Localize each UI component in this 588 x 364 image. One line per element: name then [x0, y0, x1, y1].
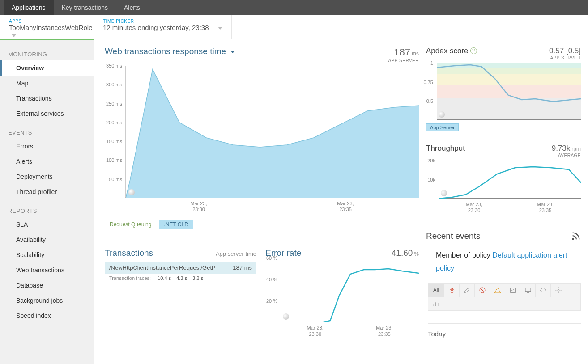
svg-point-4: [558, 289, 559, 291]
apps-value: TooManyInstancesWebRole: [9, 24, 93, 31]
x-tick: Mar 23,23:35: [376, 325, 392, 337]
y-tick: 10k: [427, 177, 435, 182]
x-tick: Mar 23,23:30: [190, 201, 207, 212]
svg-rect-2: [510, 288, 515, 293]
y-tick: 60 %: [266, 255, 277, 261]
error-rate-chart[interactable]: 60 %40 %20 %: [281, 258, 419, 322]
x-tick: Mar 23,23:35: [337, 201, 354, 212]
apdex-metric: 0.57 [0.5]APP SERVER: [549, 47, 581, 60]
chevron-down-icon: [12, 34, 16, 37]
filter-warn-triangle[interactable]: [490, 284, 505, 297]
y-tick: 20k: [427, 158, 435, 163]
y-tick: 1: [430, 60, 433, 66]
filter-monitor[interactable]: [520, 284, 536, 297]
y-tick: 150 ms: [106, 139, 122, 144]
chart-handle-icon[interactable]: [441, 190, 447, 196]
filter-gear[interactable]: [551, 284, 566, 297]
picker-bar: APPS TooManyInstancesWebRole TIME PICKER…: [0, 15, 588, 39]
policy-line: Member of policy Default application ale…: [436, 249, 581, 275]
recent-events-title: Recent events: [426, 231, 480, 241]
filter-code[interactable]: [536, 284, 551, 297]
transaction-name: /NewHttpClientInstancePerRequest/GetP: [109, 264, 216, 271]
nav-background-jobs[interactable]: Background jobs: [0, 293, 94, 308]
nav-alerts[interactable]: Alerts: [0, 154, 94, 169]
y-tick: 100 ms: [106, 157, 122, 163]
apps-label: APPS: [9, 19, 85, 24]
y-tick: 40 %: [266, 277, 277, 282]
help-icon[interactable]: ?: [470, 47, 477, 54]
nav-deployments[interactable]: Deployments: [0, 169, 94, 184]
filter-bars[interactable]: [428, 297, 443, 310]
x-tick: Mar 23,23:30: [307, 325, 324, 337]
filter-flame[interactable]: [444, 284, 460, 297]
y-tick: 0.75: [424, 80, 433, 85]
topnav-key-transactions[interactable]: Key transactions: [54, 0, 116, 15]
response-time-title[interactable]: Web transactions response time: [105, 47, 235, 56]
nav-map[interactable]: Map: [0, 76, 94, 91]
response-time-metric: 187ms APP SERVER: [388, 47, 419, 63]
transactions-meta: App server time: [216, 250, 256, 257]
section-reports: REPORTS: [0, 205, 94, 217]
section-events: EVENTS: [0, 127, 94, 139]
transaction-traces: Transaction traces: 10.4 s4.3 s3.2 s: [105, 274, 256, 283]
y-tick: 350 ms: [106, 63, 122, 68]
nav-scalability[interactable]: Scalability: [0, 247, 94, 262]
filter-All[interactable]: All: [428, 284, 444, 297]
nav-thread-profiler[interactable]: Thread profiler: [0, 184, 94, 199]
apps-picker[interactable]: APPS TooManyInstancesWebRole: [0, 15, 94, 39]
nav-availability[interactable]: Availability: [0, 232, 94, 247]
legend-chips: Request Queuing .NET CLR: [105, 220, 419, 229]
y-tick: 20 %: [266, 298, 277, 304]
y-tick: 0.5: [426, 98, 433, 104]
nav-web-transactions[interactable]: Web transactions: [0, 262, 94, 278]
nav-sla[interactable]: SLA: [0, 217, 94, 232]
x-tick: Mar 23,23:35: [537, 202, 554, 213]
time-label: TIME PICKER: [103, 19, 222, 24]
x-tick: Mar 23,23:30: [466, 202, 482, 213]
time-picker[interactable]: TIME PICKER 12 minutes ending yesterday,…: [94, 15, 232, 39]
svg-point-0: [572, 238, 574, 240]
chart-handle-icon[interactable]: [128, 189, 135, 195]
apdex-chart[interactable]: 10.750.5: [437, 63, 581, 120]
transactions-title[interactable]: Transactions: [105, 248, 153, 258]
filter-pencil[interactable]: [460, 284, 475, 297]
y-tick: 50 ms: [109, 177, 122, 182]
nav-database[interactable]: Database: [0, 278, 94, 293]
time-value: 12 minutes ending yesterday, 23:38: [103, 24, 209, 31]
nav-external-services[interactable]: External services: [0, 106, 94, 121]
section-monitoring: MONITORING: [0, 48, 94, 60]
chip-net-clr[interactable]: .NET CLR: [159, 220, 193, 229]
transaction-time: 187 ms: [233, 264, 252, 271]
throughput-title: Throughput: [426, 144, 465, 153]
filter-x-circle[interactable]: [475, 284, 490, 297]
chip-app-server[interactable]: App Server: [426, 123, 459, 131]
event-filter-row: All: [428, 283, 581, 311]
transaction-row[interactable]: /NewHttpClientInstancePerRequest/GetP 18…: [105, 262, 256, 274]
chevron-down-icon: [230, 51, 235, 53]
filter-edit-square[interactable]: [505, 284, 520, 297]
top-nav: ApplicationsKey transactionsAlerts: [0, 0, 588, 15]
topnav-alerts[interactable]: Alerts: [116, 0, 148, 15]
nav-speed-index[interactable]: Speed index: [0, 308, 94, 323]
throughput-metric: 9.73krpmAVERAGE: [552, 144, 581, 158]
throughput-chart[interactable]: 20k10k: [439, 161, 581, 199]
chevron-down-icon: [218, 27, 222, 30]
rss-icon[interactable]: [571, 231, 581, 241]
today-heading: Today: [428, 323, 581, 338]
topnav-applications[interactable]: Applications: [4, 0, 54, 15]
error-rate-metric: 41.60%: [392, 248, 419, 258]
sidebar: MONITORINGOverviewMapTransactionsExterna…: [0, 39, 94, 364]
svg-rect-3: [525, 288, 531, 292]
chart-handle-icon[interactable]: [439, 111, 445, 118]
nav-overview[interactable]: Overview: [0, 60, 94, 76]
response-time-chart[interactable]: 350 ms300 ms250 ms200 ms150 ms100 ms50 m…: [125, 66, 419, 198]
y-tick: 250 ms: [106, 101, 122, 106]
nav-errors[interactable]: Errors: [0, 139, 94, 154]
chip-request-queuing[interactable]: Request Queuing: [105, 220, 156, 229]
y-tick: 300 ms: [106, 82, 122, 87]
nav-transactions[interactable]: Transactions: [0, 91, 94, 106]
apdex-title: Apdex score?: [426, 47, 477, 55]
y-tick: 200 ms: [106, 120, 122, 125]
